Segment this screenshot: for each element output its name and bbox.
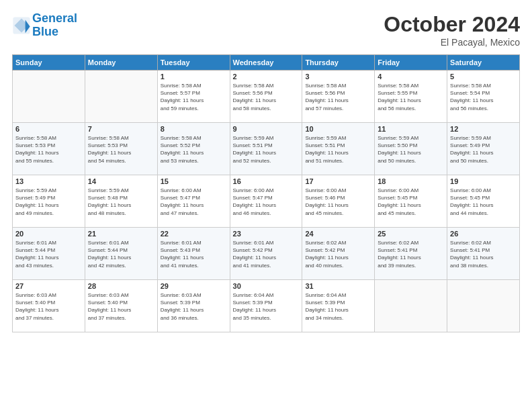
logo: General Blue <box>12 12 77 39</box>
day-number: 11 <box>378 125 444 133</box>
day-number: 14 <box>88 177 154 185</box>
location: El Pacayal, Mexico <box>384 37 520 48</box>
day-number: 8 <box>161 125 227 133</box>
header-row: Sunday Monday Tuesday Wednesday Thursday… <box>13 55 520 71</box>
day-number: 28 <box>88 282 154 290</box>
cell-w3-d4: 17Sunrise: 6:00 AM Sunset: 5:46 PM Dayli… <box>302 175 375 228</box>
cell-w1-d4: 3Sunrise: 5:58 AM Sunset: 5:56 PM Daylig… <box>302 71 375 123</box>
day-info: Sunrise: 6:04 AM Sunset: 5:39 PM Dayligh… <box>233 291 300 322</box>
week-row-5: 27Sunrise: 6:03 AM Sunset: 5:40 PM Dayli… <box>13 280 520 332</box>
cell-w4-d1: 21Sunrise: 6:01 AM Sunset: 5:44 PM Dayli… <box>85 228 157 280</box>
cell-w4-d3: 23Sunrise: 6:01 AM Sunset: 5:42 PM Dayli… <box>230 228 302 280</box>
cell-w5-d0: 27Sunrise: 6:03 AM Sunset: 5:40 PM Dayli… <box>13 280 85 332</box>
logo-text: General Blue <box>32 12 77 39</box>
cell-w1-d3: 2Sunrise: 5:58 AM Sunset: 5:56 PM Daylig… <box>230 71 302 123</box>
day-info: Sunrise: 6:00 AM Sunset: 5:47 PM Dayligh… <box>233 187 300 217</box>
col-sunday: Sunday <box>13 55 85 71</box>
cell-w2-d6: 12Sunrise: 5:59 AM Sunset: 5:49 PM Dayli… <box>447 123 520 175</box>
cell-w5-d3: 30Sunrise: 6:04 AM Sunset: 5:39 PM Dayli… <box>230 280 302 332</box>
day-info: Sunrise: 6:00 AM Sunset: 5:47 PM Dayligh… <box>161 187 227 217</box>
cell-w1-d0 <box>13 71 85 123</box>
week-row-3: 13Sunrise: 5:59 AM Sunset: 5:49 PM Dayli… <box>13 175 520 228</box>
cell-w5-d4: 31Sunrise: 6:04 AM Sunset: 5:39 PM Dayli… <box>302 280 375 332</box>
day-number: 13 <box>15 177 82 185</box>
day-info: Sunrise: 6:02 AM Sunset: 5:41 PM Dayligh… <box>450 239 517 269</box>
day-number: 21 <box>88 230 154 238</box>
col-saturday: Saturday <box>447 55 520 71</box>
day-info: Sunrise: 5:59 AM Sunset: 5:51 PM Dayligh… <box>305 134 371 165</box>
col-monday: Monday <box>85 55 157 71</box>
cell-w4-d0: 20Sunrise: 6:01 AM Sunset: 5:44 PM Dayli… <box>13 228 85 280</box>
header: General Blue October 2024 El Pacayal, Me… <box>12 12 520 48</box>
day-number: 23 <box>233 230 300 238</box>
day-number: 10 <box>305 125 371 133</box>
day-number: 22 <box>161 230 227 238</box>
day-info: Sunrise: 6:03 AM Sunset: 5:40 PM Dayligh… <box>15 291 82 322</box>
day-info: Sunrise: 6:00 AM Sunset: 5:46 PM Dayligh… <box>305 187 371 217</box>
day-info: Sunrise: 5:58 AM Sunset: 5:53 PM Dayligh… <box>15 134 82 165</box>
week-row-2: 6Sunrise: 5:58 AM Sunset: 5:53 PM Daylig… <box>13 123 520 175</box>
day-number: 7 <box>88 125 154 133</box>
day-number: 16 <box>233 177 300 185</box>
logo-icon <box>12 16 31 35</box>
cell-w3-d5: 18Sunrise: 6:00 AM Sunset: 5:45 PM Dayli… <box>375 175 447 228</box>
col-thursday: Thursday <box>302 55 375 71</box>
day-number: 3 <box>305 73 371 81</box>
day-info: Sunrise: 6:01 AM Sunset: 5:44 PM Dayligh… <box>88 239 154 269</box>
day-info: Sunrise: 5:58 AM Sunset: 5:55 PM Dayligh… <box>378 82 444 112</box>
day-info: Sunrise: 6:00 AM Sunset: 5:45 PM Dayligh… <box>378 187 444 217</box>
day-number: 1 <box>161 73 227 81</box>
day-info: Sunrise: 5:58 AM Sunset: 5:52 PM Dayligh… <box>161 134 227 165</box>
logo-line2: Blue <box>32 25 58 38</box>
day-info: Sunrise: 6:01 AM Sunset: 5:44 PM Dayligh… <box>15 239 82 269</box>
cell-w2-d2: 8Sunrise: 5:58 AM Sunset: 5:52 PM Daylig… <box>157 123 230 175</box>
cell-w4-d5: 25Sunrise: 6:02 AM Sunset: 5:41 PM Dayli… <box>375 228 447 280</box>
day-info: Sunrise: 6:04 AM Sunset: 5:39 PM Dayligh… <box>305 291 371 322</box>
day-number: 29 <box>161 282 227 290</box>
day-number: 5 <box>450 73 517 81</box>
day-info: Sunrise: 6:01 AM Sunset: 5:43 PM Dayligh… <box>161 239 227 269</box>
day-number: 19 <box>450 177 517 185</box>
logo-line1: General <box>32 11 77 25</box>
day-info: Sunrise: 5:58 AM Sunset: 5:56 PM Dayligh… <box>233 82 300 112</box>
cell-w5-d2: 29Sunrise: 6:03 AM Sunset: 5:39 PM Dayli… <box>157 280 230 332</box>
day-info: Sunrise: 5:58 AM Sunset: 5:56 PM Dayligh… <box>305 82 371 112</box>
day-number: 25 <box>378 230 444 238</box>
day-number: 27 <box>15 282 82 290</box>
cell-w1-d6: 5Sunrise: 5:58 AM Sunset: 5:54 PM Daylig… <box>447 71 520 123</box>
day-number: 18 <box>378 177 444 185</box>
month-title: October 2024 <box>384 12 520 37</box>
day-info: Sunrise: 6:03 AM Sunset: 5:40 PM Dayligh… <box>88 291 154 322</box>
week-row-4: 20Sunrise: 6:01 AM Sunset: 5:44 PM Dayli… <box>13 228 520 280</box>
cell-w5-d6 <box>447 280 520 332</box>
day-number: 9 <box>233 125 300 133</box>
cell-w2-d1: 7Sunrise: 5:58 AM Sunset: 5:53 PM Daylig… <box>85 123 157 175</box>
day-info: Sunrise: 5:58 AM Sunset: 5:54 PM Dayligh… <box>450 82 517 112</box>
cell-w5-d1: 28Sunrise: 6:03 AM Sunset: 5:40 PM Dayli… <box>85 280 157 332</box>
day-info: Sunrise: 6:02 AM Sunset: 5:41 PM Dayligh… <box>378 239 444 269</box>
day-info: Sunrise: 5:59 AM Sunset: 5:50 PM Dayligh… <box>378 134 444 165</box>
day-number: 15 <box>161 177 227 185</box>
cell-w2-d0: 6Sunrise: 5:58 AM Sunset: 5:53 PM Daylig… <box>13 123 85 175</box>
day-number: 12 <box>450 125 517 133</box>
week-row-1: 1Sunrise: 5:58 AM Sunset: 5:57 PM Daylig… <box>13 71 520 123</box>
cell-w3-d0: 13Sunrise: 5:59 AM Sunset: 5:49 PM Dayli… <box>13 175 85 228</box>
day-number: 20 <box>15 230 82 238</box>
cell-w3-d2: 15Sunrise: 6:00 AM Sunset: 5:47 PM Dayli… <box>157 175 230 228</box>
day-info: Sunrise: 6:00 AM Sunset: 5:45 PM Dayligh… <box>450 187 517 217</box>
day-info: Sunrise: 6:02 AM Sunset: 5:42 PM Dayligh… <box>305 239 371 269</box>
cell-w2-d3: 9Sunrise: 5:59 AM Sunset: 5:51 PM Daylig… <box>230 123 302 175</box>
cell-w1-d5: 4Sunrise: 5:58 AM Sunset: 5:55 PM Daylig… <box>375 71 447 123</box>
cell-w3-d1: 14Sunrise: 5:59 AM Sunset: 5:48 PM Dayli… <box>85 175 157 228</box>
cell-w1-d2: 1Sunrise: 5:58 AM Sunset: 5:57 PM Daylig… <box>157 71 230 123</box>
cell-w5-d5 <box>375 280 447 332</box>
cell-w2-d5: 11Sunrise: 5:59 AM Sunset: 5:50 PM Dayli… <box>375 123 447 175</box>
col-tuesday: Tuesday <box>157 55 230 71</box>
day-number: 26 <box>450 230 517 238</box>
day-number: 30 <box>233 282 300 290</box>
cell-w4-d4: 24Sunrise: 6:02 AM Sunset: 5:42 PM Dayli… <box>302 228 375 280</box>
day-info: Sunrise: 5:59 AM Sunset: 5:48 PM Dayligh… <box>88 187 154 217</box>
col-friday: Friday <box>375 55 447 71</box>
day-number: 31 <box>305 282 371 290</box>
col-wednesday: Wednesday <box>230 55 302 71</box>
